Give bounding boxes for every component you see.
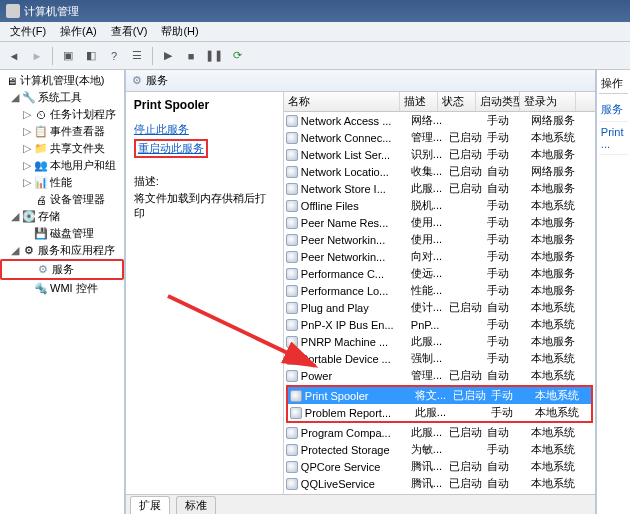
gear-icon: ⚙ <box>132 74 142 87</box>
tree-wmi[interactable]: 🔩WMI 控件 <box>0 280 124 297</box>
stop-service-link[interactable]: 停止此服务 <box>134 122 275 137</box>
col-name[interactable]: 名称 <box>284 92 400 111</box>
actions-pane: 操作 服务 Print ... <box>597 70 630 514</box>
service-row[interactable]: Performance C...使远...手动本地服务 <box>284 265 595 282</box>
refresh-button[interactable]: ? <box>104 46 124 66</box>
service-row[interactable]: Peer Name Res...使用...手动本地服务 <box>284 214 595 231</box>
service-icon <box>286 234 298 246</box>
restart-button[interactable]: ⟳ <box>227 46 247 66</box>
tree-task-scheduler[interactable]: ▷⏲任务计划程序 <box>0 106 124 123</box>
tree-services[interactable]: ⚙服务 <box>0 259 124 280</box>
service-row[interactable]: Offline Files脱机...手动本地系统 <box>284 197 595 214</box>
help-button[interactable]: ▶ <box>158 46 178 66</box>
nav-tree[interactable]: 🖥计算机管理(本地) ◢🔧系统工具 ▷⏲任务计划程序 ▷📋事件查看器 ▷📁共享文… <box>0 70 126 514</box>
service-icon <box>286 285 298 297</box>
service-row[interactable]: Program Compa...此服...已启动自动本地系统 <box>284 424 595 441</box>
menu-file[interactable]: 文件(F) <box>4 22 52 41</box>
service-row[interactable]: Plug and Play使计...已启动自动本地系统 <box>284 299 595 316</box>
service-row[interactable]: Portable Device ...强制...手动本地系统 <box>284 350 595 367</box>
tree-local-users[interactable]: ▷👥本地用户和组 <box>0 157 124 174</box>
col-startup[interactable]: 启动类型 <box>476 92 520 111</box>
service-icon <box>286 319 298 331</box>
tree-disk-mgmt[interactable]: 💾磁盘管理 <box>0 225 124 242</box>
actions-print-spooler[interactable]: Print ... <box>599 122 628 155</box>
service-icon <box>286 302 298 314</box>
service-icon <box>286 478 298 490</box>
service-row[interactable]: Network Locatio...收集...已启动自动网络服务 <box>284 163 595 180</box>
center-title: 服务 <box>146 73 168 88</box>
service-row[interactable]: QQLiveService腾讯...已启动自动本地系统 <box>284 475 595 492</box>
service-row[interactable]: Protected Storage为敏...手动本地系统 <box>284 441 595 458</box>
col-desc[interactable]: 描述 <box>400 92 438 111</box>
tree-event-viewer[interactable]: ▷📋事件查看器 <box>0 123 124 140</box>
pause-button[interactable]: ❚❚ <box>204 46 224 66</box>
service-icon <box>286 268 298 280</box>
up-button[interactable]: ▣ <box>58 46 78 66</box>
menu-bar: 文件(F) 操作(A) 查看(V) 帮助(H) <box>0 22 630 42</box>
center-header: ⚙ 服务 <box>126 70 595 92</box>
tab-standard[interactable]: 标准 <box>176 496 216 514</box>
service-row[interactable]: QPCore Service腾讯...已启动自动本地系统 <box>284 458 595 475</box>
service-icon <box>286 251 298 263</box>
description-label: 描述: <box>134 174 275 189</box>
tree-storage[interactable]: ◢💽存储 <box>0 208 124 225</box>
export-button[interactable]: ☰ <box>127 46 147 66</box>
tree-shared-folders[interactable]: ▷📁共享文件夹 <box>0 140 124 157</box>
service-row[interactable]: Print Spooler将文...已启动手动本地系统 <box>288 387 591 404</box>
stop-button[interactable]: ■ <box>181 46 201 66</box>
service-icon <box>290 390 302 402</box>
service-icon <box>286 444 298 456</box>
service-icon <box>286 166 298 178</box>
service-row[interactable]: Network Connec...管理...已启动手动本地系统 <box>284 129 595 146</box>
service-row[interactable]: PnP-X IP Bus En...PnP...手动本地系统 <box>284 316 595 333</box>
service-row[interactable]: Power管理...已启动自动本地系统 <box>284 367 595 384</box>
rows-container: Network Access ...网络...手动网络服务Network Con… <box>284 112 595 494</box>
service-row[interactable]: Network List Ser...识别...已启动手动本地服务 <box>284 146 595 163</box>
props-button[interactable]: ◧ <box>81 46 101 66</box>
service-row[interactable]: Network Store I...此服...已启动自动本地服务 <box>284 180 595 197</box>
service-row[interactable]: Problem Report...此服...手动本地系统 <box>288 404 591 421</box>
forward-button[interactable]: ► <box>27 46 47 66</box>
services-list: 名称 描述 状态 启动类型 登录为 Network Access ...网络..… <box>284 92 595 494</box>
menu-view[interactable]: 查看(V) <box>105 22 154 41</box>
service-icon <box>286 132 298 144</box>
service-row[interactable]: Peer Networkin...使用...手动本地服务 <box>284 231 595 248</box>
menu-help[interactable]: 帮助(H) <box>155 22 204 41</box>
service-icon <box>286 427 298 439</box>
window-title: 计算机管理 <box>24 4 79 19</box>
tree-device-manager[interactable]: 🖨设备管理器 <box>0 191 124 208</box>
tree-performance[interactable]: ▷📊性能 <box>0 174 124 191</box>
back-button[interactable]: ◄ <box>4 46 24 66</box>
service-row[interactable]: PNRP Machine ...此服...手动本地服务 <box>284 333 595 350</box>
list-header[interactable]: 名称 描述 状态 启动类型 登录为 <box>284 92 595 112</box>
service-row[interactable]: Performance Lo...性能...手动本地服务 <box>284 282 595 299</box>
actions-services[interactable]: 服务 <box>599 98 628 122</box>
service-icon <box>286 217 298 229</box>
toolbar: ◄ ► ▣ ◧ ? ☰ ▶ ■ ❚❚ ⟳ <box>0 42 630 70</box>
app-icon <box>6 4 20 18</box>
tab-extended[interactable]: 扩展 <box>130 496 170 514</box>
service-icon <box>286 115 298 127</box>
service-icon <box>286 461 298 473</box>
service-icon <box>286 370 298 382</box>
bottom-tabs: 扩展 标准 <box>126 494 595 514</box>
service-icon <box>286 200 298 212</box>
service-icon <box>286 183 298 195</box>
service-detail-pane: Print Spooler 停止此服务 重启动此服务 描述: 将文件加载到内存供… <box>126 92 284 494</box>
menu-action[interactable]: 操作(A) <box>54 22 103 41</box>
tree-system-tools[interactable]: ◢🔧系统工具 <box>0 89 124 106</box>
selected-service-name: Print Spooler <box>134 98 275 112</box>
center-panel: ⚙ 服务 Print Spooler 停止此服务 重启动此服务 描述: 将文件加… <box>126 70 597 514</box>
tree-services-apps[interactable]: ◢⚙服务和应用程序 <box>0 242 124 259</box>
restart-service-link[interactable]: 重启动此服务 <box>138 141 204 156</box>
service-icon <box>286 353 298 365</box>
title-bar: 计算机管理 <box>0 0 630 22</box>
col-logon[interactable]: 登录为 <box>520 92 576 111</box>
service-row[interactable]: Peer Networkin...向对...手动本地服务 <box>284 248 595 265</box>
service-row[interactable]: Network Access ...网络...手动网络服务 <box>284 112 595 129</box>
description-text: 将文件加载到内存供稍后打印 <box>134 191 275 221</box>
service-icon <box>286 336 298 348</box>
col-status[interactable]: 状态 <box>438 92 476 111</box>
service-icon <box>286 149 298 161</box>
tree-root[interactable]: 🖥计算机管理(本地) <box>0 72 124 89</box>
